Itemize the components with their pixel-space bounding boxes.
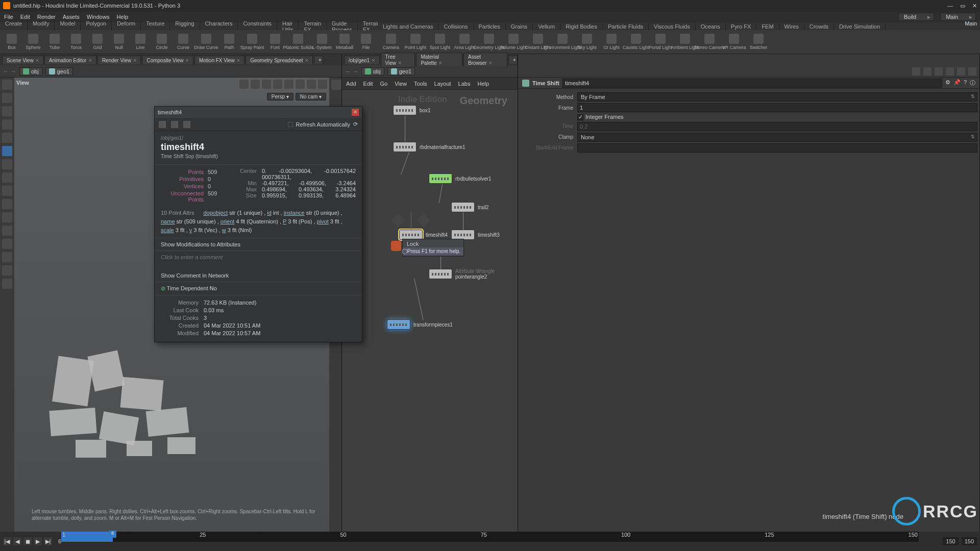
new-tab-button[interactable]: +: [508, 56, 518, 64]
minimize-button[interactable]: —: [947, 3, 953, 9]
misc2-tool-icon[interactable]: [2, 265, 12, 276]
shelf-tool[interactable]: Geometry Light: [479, 34, 499, 50]
shelf-tool[interactable]: Path: [220, 34, 238, 50]
shelf-tool[interactable]: Draw Curve: [196, 34, 216, 50]
rotate-tool-icon[interactable]: [2, 119, 12, 130]
help-icon[interactable]: ?: [964, 79, 967, 87]
frame-input[interactable]: [577, 103, 977, 112]
shelf-tab[interactable]: Rigid Bodies: [560, 23, 603, 30]
shelf-tool[interactable]: Circle: [153, 34, 170, 50]
parm-tool2-icon[interactable]: [923, 67, 932, 76]
shelf-tool[interactable]: Font: [266, 34, 284, 50]
param-name-input[interactable]: [562, 79, 942, 88]
pane-tab[interactable]: Motion FX View×: [194, 56, 244, 64]
snap4-tool-icon[interactable]: [2, 199, 12, 209]
shelf-tool[interactable]: GI Light: [601, 34, 622, 50]
snap-tool-icon[interactable]: [2, 159, 12, 169]
refresh-icon[interactable]: ⟳: [353, 121, 358, 128]
shelf-tool[interactable]: Curve: [175, 34, 192, 50]
grid-tool-icon[interactable]: [2, 226, 12, 236]
pane-tab[interactable]: Material Palette×: [416, 53, 462, 67]
scale-tool-icon[interactable]: [2, 133, 12, 143]
pane-tab[interactable]: Render View×: [97, 56, 141, 64]
nav-fwd-icon[interactable]: →: [11, 68, 16, 74]
shelf-tool[interactable]: Sky Light: [577, 34, 597, 50]
shelf-tool[interactable]: Torus: [67, 34, 85, 50]
menu-assets[interactable]: Assets: [63, 14, 80, 20]
shelf-tool[interactable]: Null: [110, 34, 128, 50]
shelf-tab[interactable]: FEM: [756, 23, 779, 30]
vp-opt3-icon[interactable]: [262, 80, 271, 89]
play-back-button[interactable]: ◼: [23, 537, 32, 545]
shelf-tool[interactable]: Point Light: [405, 34, 426, 50]
pane-tab[interactable]: Asset Browser×: [463, 53, 507, 67]
shelf-tool[interactable]: Caustic Light: [626, 34, 646, 50]
info-icon[interactable]: ⓘ: [970, 79, 975, 87]
net-menu-go[interactable]: Go: [380, 81, 388, 87]
maximize-button[interactable]: ▭: [960, 3, 965, 9]
shelf-tool[interactable]: Spot Light: [430, 34, 450, 50]
shelf-tab[interactable]: Viscous Fluids: [649, 23, 696, 30]
parm-tool4-icon[interactable]: [946, 67, 954, 76]
vp-opt6-icon[interactable]: [296, 80, 305, 89]
comment-field[interactable]: Click to enter a comment: [161, 254, 356, 260]
vp-opt2-icon[interactable]: [251, 80, 260, 89]
range-end-b[interactable]: 150: [962, 537, 977, 545]
template-flag-icon[interactable]: [391, 213, 405, 228]
method-select[interactable]: By Frame: [577, 92, 977, 102]
info-pin-icon[interactable]: [159, 121, 166, 128]
play-fwd-button[interactable]: ▶: [34, 537, 42, 545]
net-menu-layout[interactable]: Layout: [434, 81, 451, 87]
menu-windows[interactable]: Windows: [87, 14, 110, 20]
menu-render[interactable]: Render: [37, 14, 56, 20]
node-transformpieces1[interactable]: transformpieces1: [387, 319, 453, 330]
display-opt-icon[interactable]: [331, 80, 341, 90]
handle-tool-icon[interactable]: [2, 93, 12, 103]
pane-tab[interactable]: /obj/geo1×: [344, 56, 380, 64]
shelf-tool[interactable]: Area Light: [454, 34, 475, 50]
intframes-checkbox[interactable]: ✓: [577, 114, 583, 120]
gear-icon[interactable]: ⚙: [945, 79, 950, 87]
desktop-selector-build[interactable]: Build: [898, 13, 934, 21]
nav-back-icon[interactable]: ←: [3, 68, 9, 74]
shelf-tool[interactable]: Tube: [46, 34, 63, 50]
path-chip-obj[interactable]: obj: [19, 67, 42, 76]
shelf-tool[interactable]: Sphere: [24, 34, 42, 50]
new-tab-button[interactable]: +: [314, 56, 323, 64]
shelf-tool[interactable]: Portal Light: [650, 34, 671, 50]
prev-frame-button[interactable]: ◀: [13, 537, 21, 545]
snap2-tool-icon[interactable]: [2, 172, 12, 183]
shelf-tab[interactable]: Particle Fluids: [603, 23, 649, 30]
vp-opt1-icon[interactable]: [239, 80, 249, 89]
parm-tool5-icon[interactable]: [957, 67, 965, 76]
info-add-icon[interactable]: [171, 121, 178, 128]
menu-edit[interactable]: Edit: [20, 14, 30, 20]
misc3-tool-icon[interactable]: [2, 279, 12, 289]
shelf-tool[interactable]: Camera: [381, 34, 401, 50]
search-icon[interactable]: [968, 67, 976, 76]
refresh-checkbox[interactable]: [288, 122, 293, 127]
net-menu-help[interactable]: Help: [477, 81, 489, 87]
pane-tab[interactable]: Geometry Spreadsheet×: [246, 56, 313, 64]
path-chip-geo1[interactable]: geo1: [45, 67, 73, 76]
shelf-tool[interactable]: Stereo Camera: [699, 34, 720, 50]
shelf-tool[interactable]: Switcher: [748, 34, 769, 50]
vp-opt8-icon[interactable]: [318, 80, 327, 89]
nav-back-icon[interactable]: ←: [345, 68, 351, 74]
shelf-tool[interactable]: File: [357, 34, 375, 50]
pane-tab[interactable]: Scene View×: [2, 56, 43, 64]
shelf-tab[interactable]: Crowds: [804, 23, 834, 30]
vp-opt5-icon[interactable]: [284, 80, 293, 89]
shelf-tool[interactable]: L-System: [312, 34, 332, 50]
shelf-tool[interactable]: Platonic Solids: [288, 34, 308, 50]
vp-opt7-icon[interactable]: [307, 80, 316, 89]
snap3-tool-icon[interactable]: [2, 186, 12, 196]
node-rbdbulletsolver1[interactable]: rbdbulletsolver1: [429, 173, 492, 184]
pane-tab[interactable]: Composite View×: [142, 56, 193, 64]
misc-tool-icon[interactable]: [2, 252, 12, 262]
menu-file[interactable]: File: [4, 14, 13, 20]
pane-tab[interactable]: Tree View×: [381, 53, 415, 67]
shelf-tool[interactable]: Spray Paint: [242, 34, 262, 50]
network-editor[interactable]: Geometry Indie Edition box1 rbdmaterialf…: [342, 90, 518, 532]
shelf-tab[interactable]: Vellum: [533, 23, 560, 30]
